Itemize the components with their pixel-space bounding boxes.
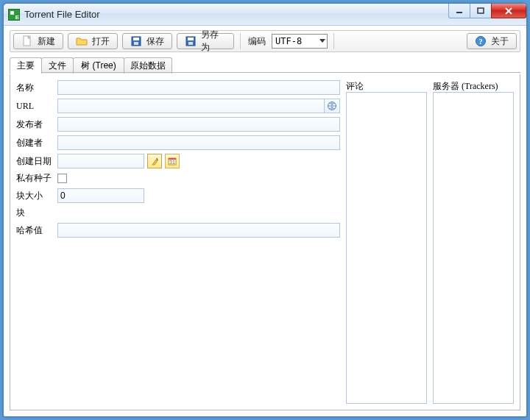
save-icon — [130, 35, 142, 47]
date-clear-button[interactable] — [147, 154, 162, 168]
file-new-icon — [21, 35, 33, 47]
url-input[interactable] — [57, 99, 324, 113]
title-bar[interactable]: Torrent File Editor — [4, 4, 526, 26]
separator — [333, 33, 334, 49]
close-button[interactable] — [491, 4, 526, 18]
svg-rect-7 — [188, 38, 194, 40]
toolbar: 新建 打开 保存 另存为 编码 — [10, 30, 520, 52]
tab-bar: 主要 文件 树 (Tree) 原始数据 — [10, 57, 520, 73]
url-label: URL — [16, 101, 57, 112]
chevron-down-icon — [319, 39, 325, 43]
maximize-button[interactable] — [470, 4, 492, 18]
hash-label: 哈希值 — [16, 224, 57, 237]
name-input[interactable] — [57, 80, 340, 95]
encoding-select[interactable]: UTF-8 — [272, 34, 328, 49]
piecesize-input[interactable] — [57, 188, 144, 203]
new-button[interactable]: 新建 — [13, 33, 63, 49]
open-label: 打开 — [92, 35, 110, 48]
encoding-label: 编码 — [248, 35, 266, 48]
svg-rect-8 — [188, 42, 193, 45]
date-input[interactable] — [57, 154, 144, 168]
comments-label: 评论 — [346, 80, 427, 92]
separator — [240, 33, 241, 49]
publisher-label: 发布者 — [16, 118, 57, 131]
folder-open-icon — [76, 35, 88, 47]
tab-tree[interactable]: 树 (Tree) — [73, 57, 124, 74]
tab-main[interactable]: 主要 — [10, 57, 42, 74]
hash-input[interactable] — [57, 223, 340, 238]
private-label: 私有种子 — [16, 172, 57, 185]
window-controls — [449, 4, 526, 18]
tab-files[interactable]: 文件 — [41, 57, 74, 74]
calendar-icon: 31 — [168, 157, 177, 165]
trackers-label: 服务器 (Trackers) — [433, 80, 514, 92]
svg-text:?: ? — [479, 38, 483, 46]
svg-rect-4 — [133, 38, 139, 40]
form-area: 名称 URL 发布者 — [16, 80, 340, 404]
save-as-button[interactable]: 另存为 — [177, 33, 234, 49]
new-label: 新建 — [38, 35, 55, 48]
save-as-icon — [185, 35, 197, 47]
date-label: 创建日期 — [16, 155, 57, 168]
help-icon: ? — [475, 35, 487, 47]
tab-raw[interactable]: 原始数据 — [124, 57, 172, 74]
app-window: Torrent File Editor 新建 — [3, 3, 527, 417]
window-title: Torrent File Editor — [24, 9, 100, 20]
piecesize-label: 块大小 — [16, 190, 57, 202]
globe-icon — [327, 101, 337, 111]
about-label: 关于 — [491, 35, 509, 48]
publisher-input[interactable] — [57, 117, 340, 132]
comments-list[interactable] — [346, 92, 427, 404]
app-icon — [8, 9, 20, 21]
about-button[interactable]: ? 关于 — [467, 33, 517, 49]
creator-label: 创建者 — [16, 137, 57, 149]
encoding-value: UTF-8 — [275, 36, 302, 46]
pieces-label: 块 — [16, 207, 57, 219]
save-as-label: 另存为 — [201, 29, 226, 54]
save-button[interactable]: 保存 — [122, 33, 172, 49]
main-pane: 名称 URL 发布者 — [10, 74, 520, 410]
svg-rect-5 — [134, 42, 138, 45]
url-browse-button[interactable] — [324, 99, 340, 113]
svg-rect-0 — [456, 12, 462, 13]
name-label: 名称 — [16, 82, 57, 94]
svg-line-12 — [157, 158, 158, 160]
minimize-button[interactable] — [448, 4, 470, 18]
maximize-icon — [477, 7, 484, 15]
open-button[interactable]: 打开 — [68, 33, 118, 49]
broom-icon — [150, 157, 159, 165]
client-area: 新建 打开 保存 另存为 编码 — [10, 30, 520, 410]
svg-rect-1 — [478, 8, 484, 13]
creator-input[interactable] — [57, 135, 340, 150]
svg-text:31: 31 — [169, 160, 175, 165]
comments-block: 评论 — [346, 80, 427, 404]
date-pick-button[interactable]: 31 — [165, 154, 180, 168]
trackers-block: 服务器 (Trackers) — [433, 80, 514, 404]
minimize-icon — [456, 7, 463, 15]
save-label: 保存 — [146, 35, 164, 48]
private-checkbox[interactable] — [57, 174, 67, 183]
side-columns: 评论 服务器 (Trackers) — [346, 80, 514, 404]
trackers-list[interactable] — [433, 92, 514, 404]
close-icon — [504, 7, 513, 15]
